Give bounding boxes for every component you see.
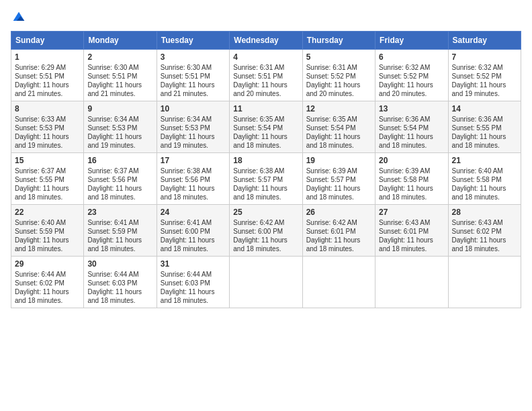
day-info: Sunrise: 6:35 AM Sunset: 5:54 PM Dayligh… [233,115,298,150]
day-number: 10 [161,104,226,113]
day-info: Sunrise: 6:31 AM Sunset: 5:52 PM Dayligh… [306,63,371,98]
calendar-cell: 9 Sunrise: 6:34 AM Sunset: 5:53 PM Dayli… [84,101,157,153]
calendar-cell: 28 Sunrise: 6:43 AM Sunset: 6:02 PM Dayl… [448,205,521,257]
day-number: 26 [306,208,371,217]
calendar-cell: 20 Sunrise: 6:39 AM Sunset: 5:58 PM Dayl… [375,153,448,205]
calendar-body: 1 Sunrise: 6:29 AM Sunset: 5:51 PM Dayli… [11,50,521,308]
day-number: 8 [15,104,80,113]
day-info: Sunrise: 6:30 AM Sunset: 5:51 PM Dayligh… [87,63,152,98]
day-info: Sunrise: 6:36 AM Sunset: 5:54 PM Dayligh… [379,115,444,150]
day-info: Sunrise: 6:37 AM Sunset: 5:56 PM Dayligh… [87,167,152,201]
calendar-cell: 10 Sunrise: 6:34 AM Sunset: 5:53 PM Dayl… [157,101,229,153]
day-info: Sunrise: 6:37 AM Sunset: 5:55 PM Dayligh… [15,167,80,201]
day-number: 22 [15,208,80,217]
calendar-cell: 5 Sunrise: 6:31 AM Sunset: 5:52 PM Dayli… [302,50,375,101]
day-number: 9 [87,104,152,113]
day-info: Sunrise: 6:44 AM Sunset: 6:03 PM Dayligh… [87,270,152,305]
calendar-cell: 29 Sunrise: 6:44 AM Sunset: 6:02 PM Dayl… [11,257,84,308]
day-number: 14 [452,104,517,113]
day-info: Sunrise: 6:43 AM Sunset: 6:01 PM Dayligh… [379,218,444,253]
day-number: 24 [161,208,226,217]
day-info: Sunrise: 6:40 AM Sunset: 5:59 PM Dayligh… [15,218,80,253]
weekday-header-saturday: Saturday [448,32,521,50]
day-info: Sunrise: 6:32 AM Sunset: 5:52 PM Dayligh… [452,63,517,98]
weekday-row: SundayMondayTuesdayWednesdayThursdayFrid… [11,32,521,50]
day-number: 12 [306,104,371,113]
day-number: 13 [379,104,444,113]
day-number: 17 [161,156,226,165]
day-info: Sunrise: 6:39 AM Sunset: 5:58 PM Dayligh… [379,167,444,201]
day-number: 7 [452,52,517,62]
day-info: Sunrise: 6:38 AM Sunset: 5:56 PM Dayligh… [161,167,226,201]
calendar-cell: 14 Sunrise: 6:36 AM Sunset: 5:55 PM Dayl… [448,101,521,153]
day-number: 3 [161,52,226,62]
day-number: 5 [306,52,371,62]
day-number: 15 [15,156,80,165]
page-header [11,11,521,24]
calendar-week-5: 29 Sunrise: 6:44 AM Sunset: 6:02 PM Dayl… [11,257,521,308]
calendar-week-2: 8 Sunrise: 6:33 AM Sunset: 5:53 PM Dayli… [11,101,521,153]
day-number: 1 [15,52,80,62]
day-number: 16 [87,156,152,165]
calendar-cell: 7 Sunrise: 6:32 AM Sunset: 5:52 PM Dayli… [448,50,521,101]
calendar-cell: 11 Sunrise: 6:35 AM Sunset: 5:54 PM Dayl… [230,101,302,153]
calendar-cell: 19 Sunrise: 6:39 AM Sunset: 5:57 PM Dayl… [302,153,375,205]
calendar-cell: 4 Sunrise: 6:31 AM Sunset: 5:51 PM Dayli… [230,50,302,101]
day-number: 29 [15,259,80,269]
weekday-header-monday: Monday [84,32,157,50]
calendar-cell: 22 Sunrise: 6:40 AM Sunset: 5:59 PM Dayl… [11,205,84,257]
day-info: Sunrise: 6:40 AM Sunset: 5:58 PM Dayligh… [452,167,517,201]
calendar-cell: 23 Sunrise: 6:41 AM Sunset: 5:59 PM Dayl… [84,205,157,257]
calendar-cell: 31 Sunrise: 6:44 AM Sunset: 6:03 PM Dayl… [157,257,229,308]
calendar-table: SundayMondayTuesdayWednesdayThursdayFrid… [11,31,521,308]
calendar-cell: 3 Sunrise: 6:30 AM Sunset: 5:51 PM Dayli… [157,50,229,101]
day-info: Sunrise: 6:36 AM Sunset: 5:55 PM Dayligh… [452,115,517,150]
calendar-cell: 21 Sunrise: 6:40 AM Sunset: 5:58 PM Dayl… [448,153,521,205]
weekday-header-friday: Friday [375,32,448,50]
day-info: Sunrise: 6:32 AM Sunset: 5:52 PM Dayligh… [379,63,444,98]
day-info: Sunrise: 6:41 AM Sunset: 6:00 PM Dayligh… [161,218,226,253]
calendar-week-1: 1 Sunrise: 6:29 AM Sunset: 5:51 PM Dayli… [11,50,521,101]
day-number: 20 [379,156,444,165]
calendar-header: SundayMondayTuesdayWednesdayThursdayFrid… [11,32,521,50]
calendar-cell: 6 Sunrise: 6:32 AM Sunset: 5:52 PM Dayli… [375,50,448,101]
calendar-week-4: 22 Sunrise: 6:40 AM Sunset: 5:59 PM Dayl… [11,205,521,257]
day-info: Sunrise: 6:29 AM Sunset: 5:51 PM Dayligh… [15,63,80,98]
day-info: Sunrise: 6:30 AM Sunset: 5:51 PM Dayligh… [161,63,226,98]
day-number: 18 [233,156,298,165]
calendar-cell [375,257,448,308]
calendar-cell: 25 Sunrise: 6:42 AM Sunset: 6:00 PM Dayl… [230,205,302,257]
calendar-cell: 2 Sunrise: 6:30 AM Sunset: 5:51 PM Dayli… [84,50,157,101]
day-info: Sunrise: 6:44 AM Sunset: 6:03 PM Dayligh… [161,270,226,305]
day-number: 19 [306,156,371,165]
day-info: Sunrise: 6:39 AM Sunset: 5:57 PM Dayligh… [306,167,371,201]
logo [11,11,26,24]
weekday-header-thursday: Thursday [302,32,375,50]
day-number: 27 [379,208,444,217]
calendar-cell [448,257,521,308]
calendar-week-3: 15 Sunrise: 6:37 AM Sunset: 5:55 PM Dayl… [11,153,521,205]
calendar-cell: 27 Sunrise: 6:43 AM Sunset: 6:01 PM Dayl… [375,205,448,257]
calendar-cell: 30 Sunrise: 6:44 AM Sunset: 6:03 PM Dayl… [84,257,157,308]
day-number: 4 [233,52,298,62]
calendar-cell [230,257,302,308]
day-info: Sunrise: 6:34 AM Sunset: 5:53 PM Dayligh… [161,115,226,150]
calendar-cell: 8 Sunrise: 6:33 AM Sunset: 5:53 PM Dayli… [11,101,84,153]
calendar-cell: 26 Sunrise: 6:42 AM Sunset: 6:01 PM Dayl… [302,205,375,257]
calendar-cell: 17 Sunrise: 6:38 AM Sunset: 5:56 PM Dayl… [157,153,229,205]
day-info: Sunrise: 6:42 AM Sunset: 6:01 PM Dayligh… [306,218,371,253]
day-number: 23 [87,208,152,217]
calendar-cell: 16 Sunrise: 6:37 AM Sunset: 5:56 PM Dayl… [84,153,157,205]
day-info: Sunrise: 6:42 AM Sunset: 6:00 PM Dayligh… [233,218,298,253]
day-info: Sunrise: 6:33 AM Sunset: 5:53 PM Dayligh… [15,115,80,150]
day-info: Sunrise: 6:41 AM Sunset: 5:59 PM Dayligh… [87,218,152,253]
day-number: 28 [452,208,517,217]
day-number: 30 [87,259,152,269]
calendar-cell [302,257,375,308]
day-number: 21 [452,156,517,165]
day-number: 31 [161,259,226,269]
day-info: Sunrise: 6:44 AM Sunset: 6:02 PM Dayligh… [15,270,80,305]
day-number: 11 [233,104,298,113]
day-info: Sunrise: 6:31 AM Sunset: 5:51 PM Dayligh… [233,63,298,98]
calendar-cell: 12 Sunrise: 6:35 AM Sunset: 5:54 PM Dayl… [302,101,375,153]
